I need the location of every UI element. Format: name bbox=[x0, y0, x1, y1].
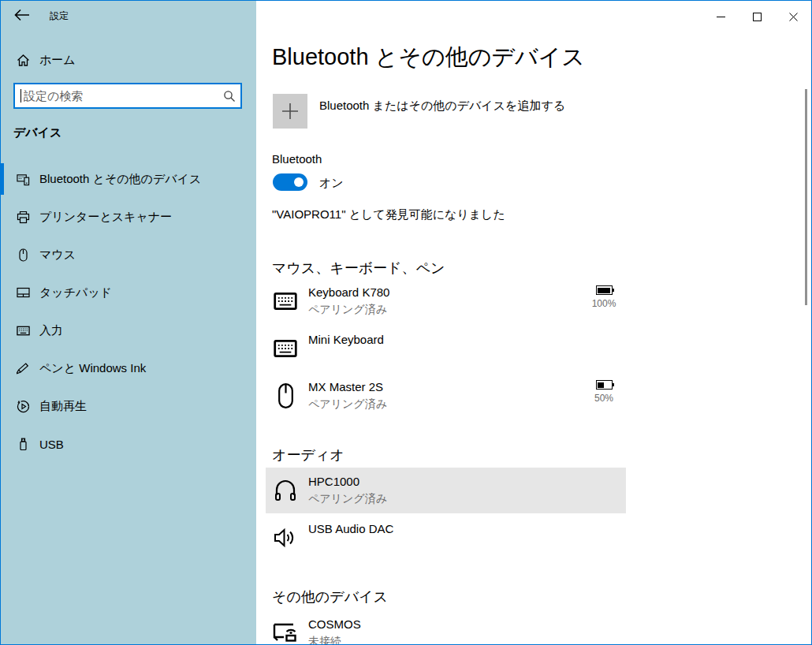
autoplay-icon bbox=[17, 400, 30, 413]
sidebar-item-label: ペンと Windows Ink bbox=[39, 361, 146, 376]
minimize-button[interactable] bbox=[702, 1, 739, 32]
sidebar-item-mouse[interactable]: マウス bbox=[1, 239, 256, 270]
printer-icon bbox=[17, 211, 30, 224]
headphones-icon bbox=[273, 477, 298, 504]
keyboard-icon bbox=[273, 288, 298, 315]
pen-icon bbox=[17, 362, 30, 375]
section-title-mouse-keyboard-pen: マウス、キーボード、ペン bbox=[272, 259, 445, 278]
sidebar-item-autoplay[interactable]: 自動再生 bbox=[1, 390, 256, 422]
device-name: Mini Keyboard bbox=[308, 333, 384, 346]
battery-icon bbox=[596, 380, 613, 390]
page-title: Bluetooth とその他のデバイス bbox=[272, 42, 585, 73]
sidebar-item-touchpad[interactable]: タッチパッド bbox=[1, 277, 256, 308]
sidebar-item-label: USB bbox=[39, 438, 64, 451]
battery-indicator: 100% bbox=[588, 285, 620, 309]
sidebar-item-label: プリンターとスキャナー bbox=[39, 210, 172, 225]
section-title-audio: オーディオ bbox=[272, 446, 345, 464]
device-name: USB Audio DAC bbox=[308, 522, 393, 535]
touchpad-icon bbox=[17, 286, 30, 300]
close-icon bbox=[788, 12, 799, 22]
app-title: 設定 bbox=[50, 9, 69, 23]
sidebar-item-bluetooth-devices[interactable]: Bluetooth とその他のデバイス bbox=[1, 163, 256, 195]
bluetooth-label: Bluetooth bbox=[272, 152, 322, 166]
settings-window: 設定 ホーム デバイス Bluetooth とその他のデバイス bbox=[0, 0, 812, 645]
device-row-cosmos[interactable]: COSMOS 未接続 bbox=[266, 610, 626, 644]
sidebar: 設定 ホーム デバイス Bluetooth とその他のデバイス bbox=[1, 1, 256, 644]
maximize-button[interactable] bbox=[739, 1, 775, 32]
sidebar-nav: Bluetooth とその他のデバイス プリンターとスキャナー マウス タッチパ… bbox=[1, 163, 256, 466]
sidebar-item-home[interactable]: ホーム bbox=[1, 48, 256, 72]
window-controls bbox=[702, 1, 811, 32]
discoverable-text: "VAIOPRO11" として発見可能になりました bbox=[272, 207, 505, 222]
add-device-button[interactable]: Bluetooth またはその他のデバイスを追加する bbox=[273, 94, 565, 129]
toggle-knob bbox=[294, 177, 304, 187]
device-name: COSMOS bbox=[308, 617, 361, 631]
sidebar-item-label: 入力 bbox=[39, 323, 63, 338]
search-box[interactable] bbox=[13, 83, 242, 109]
battery-percent: 100% bbox=[588, 298, 620, 309]
search-input[interactable] bbox=[21, 89, 218, 103]
main-content: Bluetooth とその他のデバイス Bluetooth またはその他のデバイ… bbox=[256, 1, 811, 644]
battery-percent: 50% bbox=[588, 393, 620, 404]
battery-indicator: 50% bbox=[588, 380, 620, 404]
sidebar-item-printers-scanners[interactable]: プリンターとスキャナー bbox=[1, 201, 256, 233]
add-device-label: Bluetooth またはその他のデバイスを追加する bbox=[319, 99, 565, 129]
maximize-icon bbox=[752, 12, 762, 22]
device-row-usb-audio-dac[interactable]: USB Audio DAC bbox=[266, 515, 626, 561]
section-title-other-devices: その他のデバイス bbox=[272, 587, 388, 606]
sidebar-item-pen-windows-ink[interactable]: ペンと Windows Ink bbox=[1, 352, 256, 384]
device-row-hpc1000[interactable]: HPC1000 ペアリング済み bbox=[266, 468, 626, 513]
devices-icon bbox=[17, 173, 30, 186]
search-icon[interactable] bbox=[218, 90, 240, 103]
keyboard-icon bbox=[273, 335, 298, 362]
scrollbar-thumb[interactable] bbox=[805, 89, 807, 305]
speaker-icon bbox=[273, 524, 298, 551]
device-row-keyboard-k780[interactable]: Keyboard K780 ペアリング済み 100% bbox=[266, 278, 626, 324]
device-name: Keyboard K780 bbox=[308, 285, 389, 299]
keyboard-icon bbox=[17, 324, 30, 337]
add-device-square[interactable] bbox=[273, 94, 307, 129]
usb-icon bbox=[17, 438, 30, 451]
bluetooth-toggle-state: オン bbox=[319, 176, 344, 191]
back-button[interactable] bbox=[13, 7, 32, 23]
mouse-icon bbox=[273, 382, 298, 409]
display-wireless-icon bbox=[273, 620, 298, 644]
sidebar-item-label: タッチパッド bbox=[39, 285, 112, 300]
home-icon bbox=[17, 54, 30, 67]
sidebar-item-usb[interactable]: USB bbox=[1, 428, 256, 460]
sidebar-item-label: 自動再生 bbox=[39, 399, 87, 414]
device-status: 未接続 bbox=[308, 635, 341, 644]
device-row-mx-master-2s[interactable]: MX Master 2S ペアリング済み 50% bbox=[266, 373, 626, 419]
sidebar-section-title: デバイス bbox=[13, 125, 61, 140]
device-row-mini-keyboard[interactable]: Mini Keyboard bbox=[266, 326, 626, 371]
sidebar-home-label: ホーム bbox=[39, 53, 76, 68]
battery-icon bbox=[596, 285, 613, 295]
sidebar-item-label: マウス bbox=[39, 248, 76, 263]
back-arrow-icon bbox=[13, 7, 32, 23]
sidebar-item-label: Bluetooth とその他のデバイス bbox=[39, 172, 201, 187]
device-status: ペアリング済み bbox=[308, 397, 387, 412]
device-status: ペアリング済み bbox=[308, 303, 387, 317]
device-name: HPC1000 bbox=[308, 475, 359, 488]
device-status: ペアリング済み bbox=[308, 492, 387, 506]
minimize-icon bbox=[716, 12, 726, 22]
mouse-icon bbox=[17, 248, 30, 262]
device-name: MX Master 2S bbox=[308, 380, 383, 393]
sidebar-item-typing[interactable]: 入力 bbox=[1, 315, 256, 346]
bluetooth-toggle[interactable] bbox=[273, 173, 307, 191]
plus-icon bbox=[281, 103, 299, 120]
close-button[interactable] bbox=[775, 1, 811, 32]
